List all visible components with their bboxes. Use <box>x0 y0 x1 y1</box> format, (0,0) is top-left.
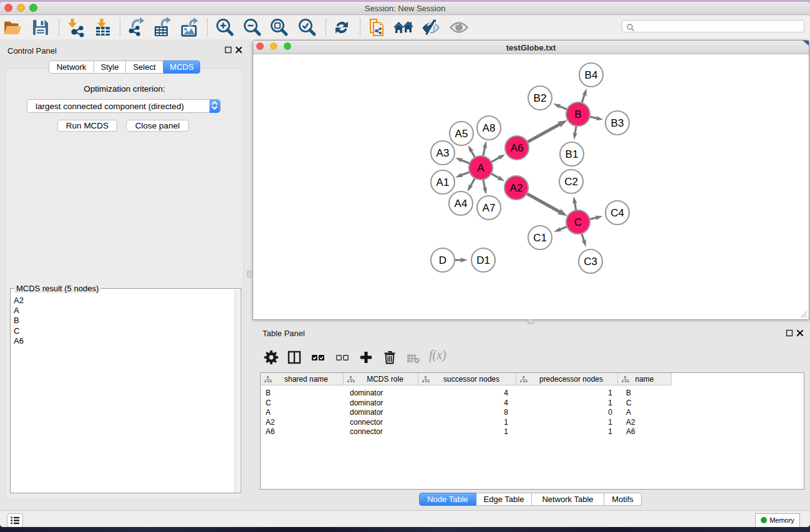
svg-text:C1: C1 <box>533 232 547 244</box>
svg-text:A4: A4 <box>455 198 468 210</box>
svg-text:D: D <box>439 254 446 266</box>
svg-text:B1: B1 <box>566 148 579 160</box>
svg-text:D1: D1 <box>476 254 490 266</box>
svg-text:C3: C3 <box>584 256 597 268</box>
svg-text:B4: B4 <box>585 69 598 81</box>
svg-text:C: C <box>574 216 582 228</box>
svg-text:A3: A3 <box>436 147 450 159</box>
svg-text:A5: A5 <box>455 128 468 140</box>
svg-text:A: A <box>477 162 485 174</box>
svg-text:A1: A1 <box>436 177 450 188</box>
svg-text:C4: C4 <box>610 207 624 219</box>
svg-text:B3: B3 <box>611 117 624 129</box>
svg-text:B2: B2 <box>534 92 547 104</box>
svg-text:A2: A2 <box>510 182 523 194</box>
svg-text:A6: A6 <box>511 142 524 154</box>
svg-text:A8: A8 <box>483 122 496 134</box>
svg-text:A7: A7 <box>483 202 496 214</box>
svg-text:B: B <box>574 109 581 120</box>
svg-text:C2: C2 <box>564 176 578 188</box>
